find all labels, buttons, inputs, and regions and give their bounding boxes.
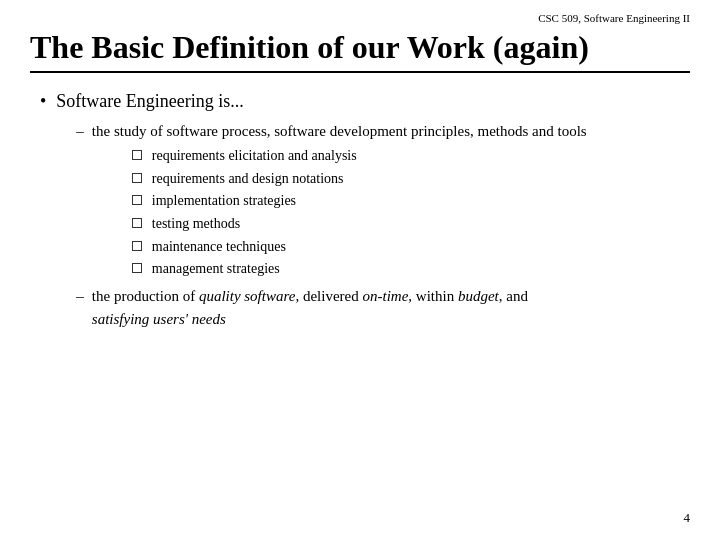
bullet1-label: Software Engineering is...	[56, 91, 243, 111]
square-icon	[132, 195, 142, 205]
page-number-text: 4	[684, 510, 691, 525]
bullet1-text: Software Engineering is...	[56, 91, 243, 111]
dash2-text-middle2: , within	[408, 288, 458, 304]
square-icon	[132, 218, 142, 228]
dash1-block: – the study of software process, softwar…	[76, 120, 586, 281]
bullet1: • Software Engineering is... – the study…	[40, 89, 690, 334]
sub-item-text: requirements and design notations	[152, 168, 344, 190]
course-header: CSC 509, Software Engineering II	[30, 12, 690, 24]
sub-item-text: implementation strategies	[152, 190, 296, 212]
sub-items-list: requirements elicitation and analysis re…	[132, 145, 587, 280]
dash1-marker: –	[76, 120, 84, 143]
course-label: CSC 509, Software Engineering II	[538, 12, 690, 24]
dash1-text: the study of software process, software …	[92, 123, 587, 139]
bullet1-content: Software Engineering is... – the study o…	[56, 89, 586, 334]
list-item: maintenance techniques	[132, 236, 587, 258]
sub-item-text: management strategies	[152, 258, 280, 280]
list-item: testing methods	[132, 213, 587, 235]
dash2-text-end1: , and	[499, 288, 528, 304]
dash2-block: – the production of quality software, de…	[76, 285, 586, 330]
dash2-italic1: quality software	[199, 288, 296, 304]
list-item: management strategies	[132, 258, 587, 280]
page-number: 4	[684, 510, 691, 526]
dash2-italic3: budget	[458, 288, 499, 304]
dash2-italic2: on-time	[362, 288, 408, 304]
square-icon	[132, 241, 142, 251]
dash1-content: the study of software process, software …	[92, 120, 587, 281]
slide-container: CSC 509, Software Engineering II The Bas…	[0, 0, 720, 540]
list-item: requirements and design notations	[132, 168, 587, 190]
dash2-text-middle1: , delivered	[295, 288, 362, 304]
bullet1-marker: •	[40, 89, 46, 114]
dash2-marker: –	[76, 285, 84, 308]
slide-title: The Basic Definition of our Work (again)	[30, 30, 690, 65]
square-icon	[132, 263, 142, 273]
title-divider	[30, 71, 690, 73]
title-text: The Basic Definition of our Work (again)	[30, 29, 589, 65]
dash2-italic4: satisfying users' needs	[92, 311, 226, 327]
square-icon	[132, 150, 142, 160]
sub-item-text: testing methods	[152, 213, 240, 235]
list-item: implementation strategies	[132, 190, 587, 212]
content-area: • Software Engineering is... – the study…	[30, 89, 690, 334]
dash2-content: the production of quality software, deli…	[92, 285, 528, 330]
dash2-text-before: the production of	[92, 288, 199, 304]
square-icon	[132, 173, 142, 183]
sub-item-text: maintenance techniques	[152, 236, 286, 258]
sub-item-text: requirements elicitation and analysis	[152, 145, 357, 167]
list-item: requirements elicitation and analysis	[132, 145, 587, 167]
